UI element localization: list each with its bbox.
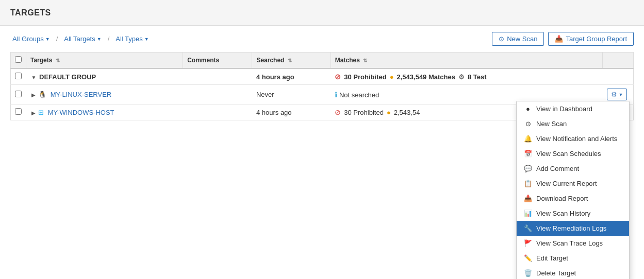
matches-icon: ● — [390, 73, 394, 81]
row-checkbox[interactable] — [15, 91, 22, 97]
new-scan-icon: ⊙ — [499, 35, 504, 43]
select-all-checkbox[interactable] — [15, 56, 22, 63]
windows-host-searched-cell: 4 hours ago — [252, 104, 331, 120]
col-comments: Comments — [183, 53, 252, 69]
target-group-report-button[interactable]: 📥 Target Group Report — [548, 32, 634, 46]
expand-group-btn[interactable]: ▼ — [30, 75, 38, 80]
col-actions — [603, 53, 634, 69]
linux-server-name-cell: ▶ 🐧 MY-LINUX-SERVER — [26, 85, 183, 104]
page-title: TARGETS — [10, 8, 51, 18]
group-searched-cell: 4 hours ago — [252, 68, 331, 85]
gear-caret-icon: ▼ — [619, 92, 623, 97]
select-all-header[interactable] — [11, 53, 26, 69]
comment-icon: 💬 — [524, 165, 532, 172]
notification-icon: 🔔 — [524, 135, 532, 143]
menu-item-download-report[interactable]: 📥 Download Report — [517, 191, 629, 206]
all-targets-dropdown[interactable]: All Targets ▼ — [62, 34, 103, 44]
prohibited-icon: ⊘ — [335, 73, 341, 81]
matches-icon: ● — [387, 109, 391, 116]
windows-host-name-cell: ▶ ⊞ MY-WINDOWS-HOST — [26, 104, 183, 120]
toolbar-filters: All Groups ▼ / All Targets ▼ / All Types… — [10, 34, 151, 44]
group-matches-cell: ⊘ 30 Prohibited ● 2,543,549 Matches ⚙ 8 … — [331, 68, 602, 85]
targets-sort-icon: ⇅ — [56, 58, 60, 63]
linux-server-comments-cell — [183, 85, 252, 104]
windows-host-comments-cell — [183, 104, 252, 120]
group-name-cell: ▼ DEFAULT GROUP — [26, 68, 183, 85]
linux-server-link[interactable]: MY-LINUX-SERVER — [51, 91, 111, 98]
scan-history-icon: 📊 — [524, 210, 532, 217]
menu-item-delete-target[interactable]: 🗑️ Delete Target — [517, 266, 629, 279]
row-checkbox[interactable] — [15, 73, 22, 79]
edit-icon: ✏️ — [524, 254, 532, 262]
toolbar-actions: ⊙ New Scan 📥 Target Group Report — [492, 32, 634, 46]
targets-table-container: Targets ⇅ Comments Searched ⇅ Matches ⇅ — [0, 52, 644, 120]
page-header: TARGETS — [0, 0, 644, 26]
gear-button[interactable]: ⚙ ▼ — [607, 89, 628, 100]
prohibited-icon: ⊘ — [335, 108, 341, 116]
schedule-icon: 📅 — [524, 150, 532, 158]
remediation-icon: 🔧 — [524, 224, 532, 232]
trace-logs-icon: 🚩 — [524, 239, 532, 247]
toolbar: All Groups ▼ / All Targets ▼ / All Types… — [0, 26, 644, 52]
windows-icon: ⊞ — [38, 109, 44, 116]
row-checkbox-cell[interactable] — [11, 68, 26, 85]
download-report-icon: 📥 — [524, 195, 532, 202]
row-checkbox-cell[interactable] — [11, 85, 26, 104]
info-icon: ℹ — [335, 91, 337, 99]
table-row: ▼ DEFAULT GROUP 4 hours ago ⊘ 30 Prohibi… — [11, 68, 634, 85]
searched-sort-icon: ⇅ — [288, 58, 292, 63]
new-scan-button[interactable]: ⊙ New Scan — [492, 32, 544, 46]
menu-item-view-remediation-logs[interactable]: 🔧 View Remediation Logs — [517, 221, 629, 236]
delete-icon: 🗑️ — [524, 269, 532, 277]
windows-host-link[interactable]: MY-WINDOWS-HOST — [48, 109, 114, 116]
row-checkbox[interactable] — [15, 108, 22, 115]
group-action-cell — [603, 68, 634, 85]
menu-item-view-scan-history[interactable]: 📊 View Scan History — [517, 206, 629, 221]
groups-caret-icon: ▼ — [45, 37, 50, 42]
all-types-dropdown[interactable]: All Types ▼ — [113, 34, 151, 44]
expand-target-btn[interactable]: ▶ — [30, 110, 37, 116]
menu-item-view-dashboard[interactable]: ● View in Dashboard — [517, 101, 629, 116]
col-searched[interactable]: Searched ⇅ — [252, 53, 331, 69]
row-checkbox-cell[interactable] — [11, 104, 26, 120]
table-header-row: Targets ⇅ Comments Searched ⇅ Matches ⇅ — [11, 53, 634, 69]
new-scan-menu-icon: ⊙ — [524, 120, 532, 128]
expand-target-btn[interactable]: ▶ — [30, 92, 37, 98]
menu-item-view-notifications[interactable]: 🔔 View Notification and Alerts — [517, 131, 629, 146]
separator-1: / — [56, 35, 58, 43]
linux-icon: 🐧 — [38, 91, 46, 98]
context-menu: ● View in Dashboard ⊙ New Scan 🔔 View No… — [516, 101, 630, 279]
menu-item-add-comment[interactable]: 💬 Add Comment — [517, 161, 629, 176]
separator-2: / — [108, 35, 110, 43]
report-icon: 📥 — [555, 35, 563, 43]
linux-server-searched-cell: Never — [252, 85, 331, 104]
col-matches[interactable]: Matches ⇅ — [331, 53, 602, 69]
menu-item-view-current-report[interactable]: 📋 View Current Report — [517, 176, 629, 191]
group-comments-cell — [183, 68, 252, 85]
menu-item-edit-target[interactable]: ✏️ Edit Target — [517, 251, 629, 266]
types-caret-icon: ▼ — [144, 37, 149, 42]
all-groups-dropdown[interactable]: All Groups ▼ — [10, 34, 52, 44]
dashboard-icon: ● — [524, 105, 532, 113]
current-report-icon: 📋 — [524, 180, 532, 187]
matches-sort-icon: ⇅ — [363, 58, 367, 63]
test-icon: ⚙ — [458, 73, 465, 81]
menu-item-view-schedules[interactable]: 📅 View Scan Schedules — [517, 146, 629, 161]
menu-item-view-scan-trace-logs[interactable]: 🚩 View Scan Trace Logs — [517, 236, 629, 251]
gear-icon: ⚙ — [611, 91, 617, 98]
col-targets[interactable]: Targets ⇅ — [26, 53, 183, 69]
targets-caret-icon: ▼ — [97, 37, 102, 42]
menu-item-new-scan[interactable]: ⊙ New Scan — [517, 116, 629, 131]
